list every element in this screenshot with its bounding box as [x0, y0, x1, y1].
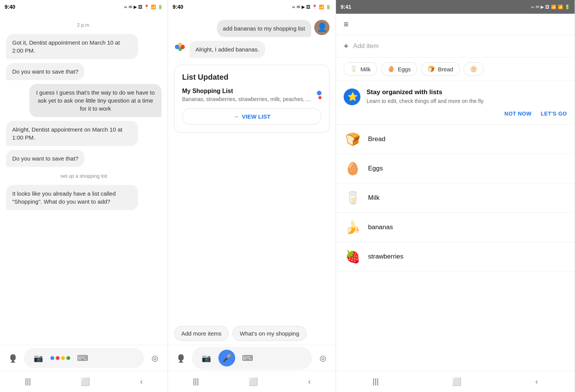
- mic-button-middle[interactable]: 🎤: [218, 350, 235, 366]
- mail-icon: ✉: [129, 5, 132, 10]
- bread-label: Bread: [438, 66, 453, 72]
- promo-desc: Learn to edit, check things off and more…: [367, 98, 485, 105]
- google-assistant-icon: [174, 41, 186, 53]
- list-item-strawberries[interactable]: 🍓 strawberries: [336, 242, 575, 272]
- quick-item-milk[interactable]: 🥛 Milk: [344, 62, 377, 76]
- bread-item-icon: 🍞: [344, 130, 362, 148]
- promo-text: Stay organized with lists Learn to edit,…: [367, 88, 485, 105]
- input-pill-left[interactable]: 📷 ⌨: [24, 348, 144, 368]
- right-header: ≡: [336, 14, 575, 35]
- battery-icon: 🔋: [158, 5, 163, 10]
- camera-icon-left[interactable]: 📷: [31, 351, 45, 365]
- list-item-milk[interactable]: 🥛 Milk: [336, 183, 575, 213]
- timestamp-2pm: 2 p.m.: [6, 22, 162, 28]
- nav-bar-left: ||| ⬜ ‹: [0, 371, 168, 392]
- bananas-item-icon: 🍌: [344, 218, 362, 236]
- google-dots-left: [50, 356, 70, 360]
- user-avatar: 👤: [314, 20, 329, 35]
- location-icon: 📍: [144, 5, 149, 10]
- time-left: 9:40: [5, 4, 15, 10]
- quick-item-extra[interactable]: 🫓: [464, 62, 484, 76]
- list-item-bread[interactable]: 🍞 Bread: [336, 125, 575, 154]
- bread-item-name: Bread: [368, 135, 385, 143]
- infinite-icon-m: ∞: [292, 5, 295, 9]
- location-icon-m: 📍: [312, 5, 317, 10]
- nav-menu-left[interactable]: |||: [25, 377, 31, 386]
- image-icon-r: 🖼: [545, 5, 549, 9]
- status-icons-left: ∞ ✉ ▶ 🖼 📍 📶 🔋: [124, 5, 163, 10]
- card-dot-blue: [317, 91, 321, 95]
- nav-home-right[interactable]: ⬜: [452, 377, 462, 386]
- camera-icon-middle[interactable]: 📷: [199, 351, 213, 365]
- list-item-bananas[interactable]: 🍌 bananas: [336, 213, 575, 242]
- compass-icon-left[interactable]: ◎: [148, 351, 162, 365]
- quick-items-row: 🥛 Milk 🥚 Eggs 🍞 Bread 🫓: [336, 58, 575, 81]
- lets-go-button[interactable]: LET'S GO: [541, 111, 567, 117]
- svg-rect-7: [179, 362, 183, 363]
- list-item-eggs[interactable]: 🥚 Eggs: [336, 154, 575, 183]
- add-item-row[interactable]: + Add item: [336, 35, 575, 58]
- status-bar-left: 9:40 ∞ ✉ ▶ 🖼 📍 📶 🔋: [0, 0, 168, 14]
- dot-green: [66, 356, 70, 360]
- list-items-preview: Bananas, strawberries, strawberries, mil…: [182, 96, 310, 102]
- card-dot-red: [318, 96, 321, 99]
- nav-menu-right[interactable]: |||: [373, 377, 379, 386]
- shield-icon-r: ▶: [541, 5, 544, 10]
- chip-whats-on[interactable]: What's on my shopping: [233, 326, 306, 341]
- quick-item-eggs[interactable]: 🥚 Eggs: [381, 62, 417, 76]
- dot-blue: [50, 356, 54, 360]
- not-now-button[interactable]: NOT NOW: [504, 111, 531, 117]
- nav-home-middle[interactable]: ⬜: [249, 377, 258, 386]
- milk-emoji: 🥛: [350, 66, 357, 72]
- shopping-list-items: 🍞 Bread 🥚 Eggs 🥛 Milk 🍌 bananas 🍓 strawb…: [336, 125, 575, 371]
- list-card-row: My Shopping List Bananas, strawberries, …: [182, 88, 321, 102]
- time-right: 9:41: [341, 4, 351, 10]
- milk-label: Milk: [360, 66, 371, 72]
- status-bar-middle: 9:40 ∞ ✉ ▶ 🖼 📍 📶 🔋: [168, 0, 336, 14]
- assistant-row: Alright, I added bananas.: [174, 41, 329, 58]
- infinite-icon-r: ∞: [531, 5, 534, 9]
- mail-icon-m: ✉: [297, 5, 300, 10]
- mail-icon-r: ✉: [536, 5, 539, 10]
- panel-left: 9:40 ∞ ✉ ▶ 🖼 📍 📶 🔋 2 p.m. Got it, Dentis…: [0, 0, 168, 392]
- nav-bar-middle: ||| ⬜ ‹: [168, 371, 336, 392]
- panel-middle: 9:40 ∞ ✉ ▶ 🖼 📍 📶 🔋 add bananas to my sho…: [168, 0, 336, 392]
- keyboard-icon-left[interactable]: ⌨: [76, 351, 89, 365]
- quick-item-bread[interactable]: 🍞 Bread: [421, 62, 460, 76]
- status-bar-right: 9:41 ∞ ✉ ▶ 🖼 📶 📶 🔋: [336, 0, 575, 14]
- assistant-icon-left[interactable]: [6, 351, 20, 365]
- nav-back-left[interactable]: ‹: [140, 377, 143, 386]
- msg-add-bananas: add bananas to my shopping list: [217, 20, 311, 37]
- add-item-placeholder[interactable]: Add item: [353, 42, 379, 50]
- input-pill-middle[interactable]: 📷 🎤 ⌨: [192, 347, 312, 370]
- chip-add-more[interactable]: Add more items: [174, 326, 229, 341]
- shield-icon-m: ▶: [302, 5, 305, 10]
- msg-added-bananas: Alright, I added bananas.: [189, 41, 265, 58]
- view-list-button[interactable]: → VIEW LIST: [182, 108, 321, 125]
- nav-back-middle[interactable]: ‹: [308, 377, 311, 386]
- suggestion-chips: Add more items What's on my shopping: [168, 322, 336, 345]
- battery-icon-m: 🔋: [326, 5, 331, 10]
- nav-bar-right: ||| ⬜ ‹: [336, 371, 575, 392]
- nav-back-right[interactable]: ‹: [535, 377, 538, 386]
- compass-icon-middle[interactable]: ◎: [316, 351, 329, 365]
- promo-title: Stay organized with lists: [367, 88, 485, 96]
- list-card-title: List Updated: [182, 73, 321, 82]
- bananas-item-name: bananas: [368, 223, 393, 231]
- bread-emoji: 🍞: [428, 66, 435, 72]
- hamburger-menu[interactable]: ≡: [344, 19, 349, 29]
- msg-setup-shopping: set up a shopping list: [6, 173, 162, 179]
- eggs-item-icon: 🥚: [344, 159, 362, 178]
- battery-icon-r: 🔋: [565, 5, 570, 10]
- wifi-icon-m: 📶: [319, 5, 324, 10]
- nav-home-left[interactable]: ⬜: [81, 377, 90, 386]
- view-list-label: VIEW LIST: [242, 113, 271, 120]
- promo-row: ⭐ Stay organized with lists Learn to edi…: [344, 88, 567, 105]
- strawberries-item-name: strawberries: [368, 253, 404, 260]
- assistant-icon-middle[interactable]: [174, 351, 188, 365]
- keyboard-icon-middle[interactable]: ⌨: [241, 351, 254, 365]
- nav-menu-middle[interactable]: |||: [193, 377, 199, 386]
- star-icon: ⭐: [344, 88, 360, 105]
- image-icon-m: 🖼: [306, 5, 310, 9]
- msg-save-2: Do you want to save that?: [6, 150, 84, 167]
